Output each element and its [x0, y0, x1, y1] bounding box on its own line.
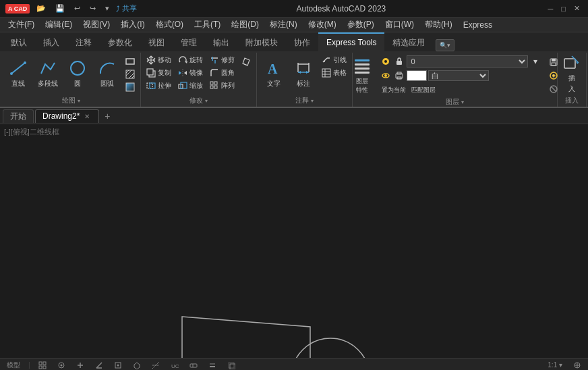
menu-help[interactable]: 帮助(H) — [419, 18, 458, 32]
layer-lock-btn[interactable] — [393, 55, 405, 68]
quick-access-more[interactable]: ▾ — [102, 3, 112, 14]
tool-polyline[interactable]: 多段线 — [34, 54, 62, 93]
tab-default[interactable]: 默认 — [3, 32, 35, 51]
rectangle-icon — [125, 57, 135, 66]
group-layers-label[interactable]: 图层 ▾ — [443, 96, 467, 107]
tab-view[interactable]: 视图 — [140, 32, 173, 51]
quick-access-undo[interactable]: ↩ — [71, 3, 83, 14]
tool-dimension[interactable]: 标注 — [289, 54, 318, 93]
menu-params[interactable]: 参数(P) — [342, 18, 380, 32]
tab-annotation[interactable]: 注释 — [67, 32, 100, 51]
status-transparency[interactable] — [225, 361, 238, 369]
search-dropdown[interactable]: 🔍▾ — [436, 39, 454, 51]
group-annotation-label[interactable]: 注释 ▾ — [293, 95, 316, 107]
share-icon: ⤴ — [116, 5, 120, 13]
tab-drawing2-close[interactable]: ✕ — [82, 112, 92, 121]
status-grid[interactable] — [36, 361, 49, 369]
quick-access-save[interactable]: 💾 — [53, 3, 67, 14]
status-model[interactable]: 模型 — [4, 361, 23, 370]
status-osnap[interactable] — [111, 361, 125, 369]
minimize-button[interactable]: ─ — [546, 3, 556, 14]
tab-output[interactable]: 输出 — [205, 32, 237, 51]
share-button[interactable]: ⤴ 共享 — [116, 3, 137, 14]
tool-arc[interactable]: 圆弧 — [93, 54, 121, 93]
tab-addins[interactable]: 附加模块 — [237, 32, 286, 51]
line-icon — [9, 59, 28, 78]
tool-erase[interactable] — [239, 55, 254, 68]
tool-insert[interactable]: 插 入 — [560, 54, 584, 93]
tool-text[interactable]: A 文字 — [260, 54, 288, 93]
menu-express[interactable]: Express — [458, 19, 498, 31]
quick-access-redo[interactable]: ↪ — [87, 3, 98, 14]
status-otrack[interactable] — [149, 361, 163, 369]
tab-express-tools[interactable]: Express Tools — [318, 32, 384, 51]
group-annotation: A 文字 — [257, 53, 353, 107]
tool-fillet[interactable]: 圆角 — [207, 67, 237, 79]
tool-line[interactable]: 直线 — [4, 54, 32, 93]
layer-visible-btn[interactable] — [380, 70, 392, 82]
tab-featured[interactable]: 精选应用 — [384, 32, 433, 51]
tool-copy[interactable]: 复制 — [144, 67, 174, 79]
copy-icon — [146, 68, 156, 78]
group-modify-label[interactable]: 修改 ▾ — [187, 95, 210, 107]
status-polar[interactable] — [92, 361, 106, 369]
menu-format[interactable]: 格式(O) — [150, 18, 189, 32]
tab-parametric[interactable]: 参数化 — [100, 32, 140, 51]
menu-dimension[interactable]: 标注(N) — [264, 18, 303, 32]
tab-start[interactable]: 开始 — [3, 109, 34, 123]
status-lweight[interactable] — [206, 361, 219, 369]
status-annotation-scale[interactable]: 1:1 ▾ — [545, 361, 565, 369]
layer-state-btn[interactable]: 置为当前 — [380, 84, 408, 96]
menu-view[interactable]: 视图(V) — [78, 18, 115, 32]
tool-leader[interactable]: 引线 — [319, 54, 349, 66]
layer-linetype-select[interactable]: 白 — [428, 70, 489, 81]
layer-tools: 图层特性 — [349, 54, 561, 96]
drawing-viewport[interactable] — [0, 124, 588, 358]
layer-name-select[interactable]: 0 — [407, 55, 528, 68]
maximize-button[interactable]: □ — [558, 3, 568, 14]
layer-color-box[interactable] — [407, 70, 427, 81]
menu-insert[interactable]: 插入(I) — [115, 18, 150, 32]
tool-gradient[interactable] — [123, 81, 138, 93]
status-workspace[interactable] — [570, 361, 584, 369]
status-snap[interactable] — [55, 361, 68, 369]
tool-hatch[interactable] — [123, 68, 138, 80]
tool-rectangle[interactable] — [123, 55, 138, 68]
tool-table[interactable]: 表格 — [319, 67, 349, 79]
status-3dosnap[interactable] — [130, 361, 144, 369]
quick-access-open[interactable]: 📂 — [34, 3, 49, 14]
tool-stretch[interactable]: 拉伸 — [144, 80, 174, 92]
menu-draw[interactable]: 绘图(D) — [226, 18, 264, 32]
leader-icon — [322, 55, 331, 65]
tool-trim[interactable]: 修剪 — [207, 54, 237, 66]
menu-tools[interactable]: 工具(T) — [189, 18, 226, 32]
layer-match-btn[interactable]: 匹配图层 — [409, 84, 438, 96]
menu-file[interactable]: 文件(F) — [3, 18, 40, 32]
status-dynin[interactable] — [187, 361, 200, 369]
group-insert-label[interactable]: 插入 — [562, 95, 581, 107]
layer-print-btn[interactable] — [393, 70, 405, 82]
tab-insert[interactable]: 插入 — [35, 32, 67, 51]
menu-window[interactable]: 窗口(W) — [380, 18, 419, 32]
menu-modify[interactable]: 修改(M) — [303, 18, 342, 32]
tab-drawing2[interactable]: Drawing2* ✕ — [35, 109, 99, 123]
tab-manage[interactable]: 管理 — [173, 32, 205, 51]
drawing-canvas-area[interactable]: [-][俯视]二维线框 — [0, 124, 588, 358]
tool-mirror[interactable]: 镜像 — [175, 67, 206, 79]
menu-edit[interactable]: 编辑(E) — [40, 18, 78, 32]
tool-scale[interactable]: 缩放 — [175, 80, 206, 92]
stretch-icon — [146, 81, 156, 90]
tool-rotate[interactable]: 旋转 — [175, 54, 206, 66]
tool-move[interactable]: 移动 — [144, 54, 174, 66]
status-ortho[interactable] — [74, 361, 87, 369]
tab-add-button[interactable]: + — [100, 109, 114, 123]
group-draw-label[interactable]: 绘图 ▾ — [59, 95, 83, 107]
layer-freeze-btn[interactable] — [380, 55, 392, 68]
tool-circle[interactable]: 圆 — [63, 54, 92, 93]
status-ducs[interactable]: UCS — [168, 361, 181, 369]
close-button[interactable]: ✕ — [571, 3, 583, 14]
layer-dropdown-arrow[interactable]: ▾ — [529, 55, 541, 68]
tool-layer-properties[interactable]: 图层特性 — [349, 57, 375, 95]
tool-array[interactable]: 阵列 — [207, 80, 237, 92]
tab-collab[interactable]: 协作 — [286, 32, 318, 51]
